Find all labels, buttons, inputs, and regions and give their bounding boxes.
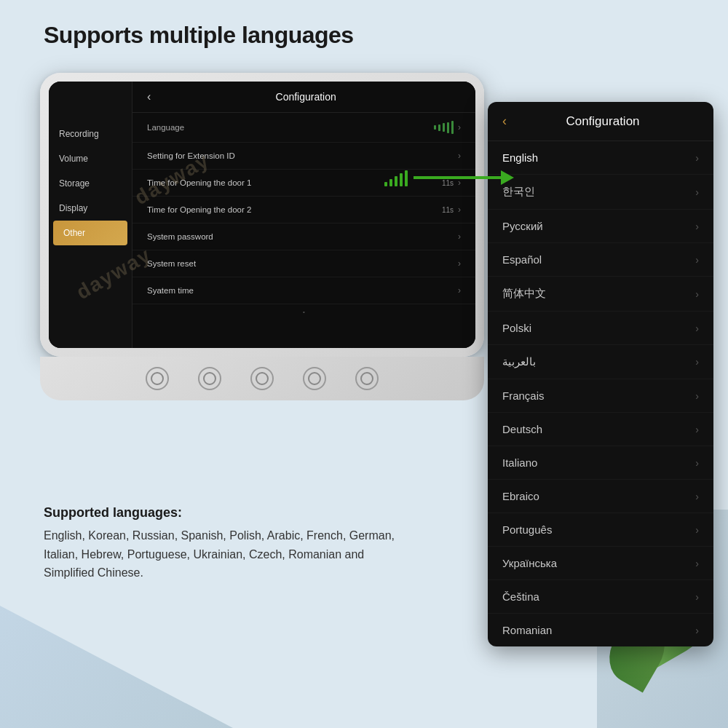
screen-main: ‹ Configuration Language › Setting fo — [132, 82, 475, 348]
bar-5 — [451, 121, 454, 134]
lang-text-russian: Русский — [502, 220, 695, 232]
lang-item-polish[interactable]: Polski › — [488, 312, 713, 345]
lang-text-hebrew: Ebraico — [502, 490, 695, 502]
menu-item-time[interactable]: Syatem time › — [132, 277, 475, 304]
lang-item-portuguese[interactable]: Português › — [488, 513, 713, 547]
bar-3 — [443, 123, 445, 132]
signal-bar-2 — [389, 179, 392, 186]
chevron-icon: › — [695, 390, 699, 402]
lang-item-chinese[interactable]: 简体中文 › — [488, 277, 713, 312]
sidebar-item-display[interactable]: Display — [49, 196, 132, 221]
chevron-icon: › — [695, 323, 699, 334]
page-title: Supports multiple languages — [44, 22, 354, 49]
lang-text-portuguese: Português — [502, 523, 695, 536]
chevron-icon: › — [695, 457, 699, 469]
lang-item-german[interactable]: Deutsch › — [488, 413, 713, 446]
device-btn-5[interactable] — [355, 367, 379, 390]
lang-item-czech[interactable]: Čeština › — [488, 580, 713, 614]
chevron-icon: › — [458, 285, 461, 296]
arrow-indicator — [379, 169, 514, 186]
menu-item-password[interactable]: System password › — [132, 223, 475, 250]
menu-label-time: Syatem time — [147, 286, 458, 295]
lang-item-ukrainian[interactable]: Українська › — [488, 547, 713, 580]
screen-sidebar: Recording Volume Storage Display Other — [49, 82, 132, 348]
lang-text-czech: Čeština — [502, 590, 695, 603]
lang-text-arabic: بالعربية — [502, 355, 695, 368]
chevron-icon: › — [695, 186, 699, 198]
lang-text-english: English — [502, 151, 695, 164]
menu-item-door2[interactable]: Time for Opening the door 2 11s › — [132, 197, 475, 223]
menu-item-language[interactable]: Language › — [132, 113, 475, 143]
menu-value-door2: 11s — [442, 206, 454, 214]
signal-bar-4 — [400, 173, 403, 186]
lang-item-hebrew[interactable]: Ebraico › — [488, 480, 713, 513]
lang-item-romanian[interactable]: Romanian › — [488, 614, 713, 646]
chevron-icon: › — [458, 258, 461, 269]
device-mockup: Recording Volume Storage Display Other ‹… — [40, 73, 484, 400]
bar-1 — [434, 125, 436, 130]
chevron-icon: › — [458, 205, 461, 215]
signal-bar-3 — [395, 176, 397, 186]
sidebar-item-recording[interactable]: Recording — [49, 122, 132, 146]
chevron-icon: › — [458, 122, 461, 132]
bottom-text-section: Supported languages: English, Korean, Ru… — [44, 505, 408, 582]
sidebar-item-storage[interactable]: Storage — [49, 171, 132, 196]
device-btn-4[interactable] — [303, 367, 326, 390]
lang-text-spanish: Español — [502, 253, 695, 266]
arrow-head — [501, 170, 514, 185]
lang-item-korean[interactable]: 한국인 › — [488, 175, 713, 210]
screen-header: ‹ Configuration — [132, 82, 475, 113]
lang-item-italian[interactable]: Italiano › — [488, 446, 713, 480]
lang-text-korean: 한국인 — [502, 185, 695, 199]
menu-item-extension[interactable]: Setting for Extension ID › — [132, 143, 475, 170]
lang-panel-header: ‹ Configuration — [488, 102, 713, 141]
chevron-icon: › — [695, 424, 699, 435]
supported-languages-title: Supported languages: — [44, 505, 408, 521]
device-btn-2[interactable] — [198, 367, 221, 390]
menu-label-language: Language — [147, 123, 434, 132]
chevron-icon: › — [458, 232, 461, 242]
lang-text-chinese: 简体中文 — [502, 287, 695, 301]
chevron-icon: › — [695, 524, 699, 536]
device-bottom-bar — [40, 357, 484, 400]
language-signal-bars — [434, 121, 454, 134]
lang-item-spanish[interactable]: Español › — [488, 243, 713, 277]
sidebar-item-volume[interactable]: Volume — [49, 146, 132, 171]
lang-item-russian[interactable]: Русский › — [488, 210, 713, 243]
menu-label-password: System password — [147, 232, 458, 241]
device-btn-3[interactable] — [250, 367, 274, 390]
chevron-icon: › — [695, 558, 699, 569]
lang-item-arabic[interactable]: بالعربية › — [488, 345, 713, 379]
supported-languages-body: English, Korean, Russian, Spanish, Polis… — [44, 526, 408, 582]
arrow-line — [414, 176, 501, 179]
chevron-icon: › — [695, 491, 699, 502]
menu-label-door2: Time for Opening the door 2 — [147, 205, 442, 214]
menu-item-reset[interactable]: System reset › — [132, 250, 475, 277]
signal-bars — [384, 169, 408, 186]
bar-2 — [438, 124, 440, 131]
signal-bar-1 — [384, 182, 387, 186]
chevron-icon: › — [695, 625, 699, 636]
page-indicator: • — [132, 304, 475, 320]
screen-header-title: Configuration — [151, 91, 461, 103]
signal-bar-5 — [405, 170, 408, 186]
lang-item-french[interactable]: Français › — [488, 379, 713, 413]
chevron-icon: › — [695, 591, 699, 603]
menu-label-extension: Setting for Extension ID — [147, 151, 458, 160]
chevron-icon: › — [458, 151, 461, 161]
chevron-icon: › — [695, 288, 699, 300]
lang-text-italian: Italiano — [502, 456, 695, 469]
lang-text-french: Français — [502, 389, 695, 402]
chevron-icon: › — [695, 356, 699, 368]
chevron-icon: › — [695, 221, 699, 232]
lang-text-german: Deutsch — [502, 423, 695, 435]
lang-item-english[interactable]: English › — [488, 141, 713, 175]
language-panel: ‹ Configuration English › 한국인 › Русский … — [488, 102, 713, 646]
chevron-icon: › — [695, 152, 699, 164]
device-btn-1[interactable] — [146, 367, 169, 390]
menu-label-reset: System reset — [147, 259, 458, 268]
sidebar-item-other[interactable]: Other — [53, 221, 127, 245]
lang-text-polish: Polski — [502, 322, 695, 334]
device-outer: Recording Volume Storage Display Other ‹… — [40, 73, 484, 357]
lang-panel-title: Configuration — [507, 114, 699, 129]
